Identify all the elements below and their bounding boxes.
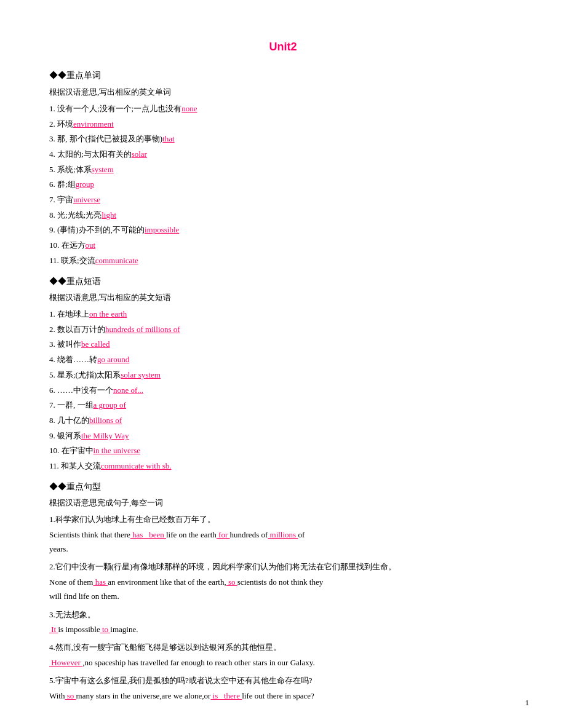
answer: has	[93, 577, 108, 587]
answer: system	[92, 165, 114, 174]
sentence-item-4: 4.然而,没有一艘宇宙飞船能飞得足够远以到达银河系的其他恒星。 However …	[49, 640, 517, 670]
phrases-list: 1. 在地球上on the earth 2. 数以百万计的hundreds of…	[49, 307, 517, 474]
sentence-item-2: 2.它们中没有一颗(行星)有像地球那样的环境，因此科学家们认为他们将无法在它们那…	[49, 560, 517, 603]
sentence-en-1: Scientists think that there has been lif…	[49, 528, 517, 556]
answer: so	[65, 691, 76, 700]
list-item: 3. 被叫作be called	[49, 337, 517, 352]
sentence-item-3: 3.无法想象。 It is impossible to imagine.	[49, 607, 517, 637]
sentence-en-3: It is impossible to imagine.	[49, 622, 517, 636]
phrases-section: ◆◆重点短语 根据汉语意思,写出相应的英文短语 1. 在地球上on the ea…	[49, 274, 517, 474]
sentences-header: ◆◆重点句型	[49, 479, 517, 494]
sentence-en-2: None of them has an environment like tha…	[49, 575, 517, 604]
answer: However	[49, 658, 82, 667]
diamond-icon: ◆	[49, 277, 58, 286]
answer: on the earth	[89, 309, 127, 318]
list-item: 10. 在宇宙中in the universe	[49, 443, 517, 459]
sentences-section: ◆◆重点句型 根据汉语意思完成句子,每空一词 1.科学家们认为地球上有生命已经数…	[49, 479, 517, 703]
list-item: 7. 宇宙universe	[49, 192, 517, 208]
answer: billions of	[89, 416, 122, 425]
answer: solar system	[121, 370, 161, 379]
answer: that	[162, 134, 175, 143]
answer: It	[49, 625, 58, 634]
answer: be called	[81, 339, 110, 349]
answer: communicate with sb.	[101, 461, 171, 470]
answer: the Milky Way	[81, 431, 129, 440]
list-item: 3. 那, 那个(指代已被提及的事物)that	[49, 132, 517, 147]
list-item: 2. 数以百万计的hundreds of millions of	[49, 322, 517, 338]
sentences-intro: 根据汉语意思完成句子,每空一词	[49, 496, 517, 510]
list-item: 7. 一群, 一组a group of	[49, 398, 517, 413]
answer: a group of	[94, 400, 126, 410]
answer: hundreds of millions of	[105, 325, 180, 334]
list-item: 10. 在远方out	[49, 238, 517, 253]
answer: none of...	[113, 386, 143, 395]
list-item: 1. 在地球上on the earth	[49, 307, 517, 322]
answer: to	[100, 625, 111, 634]
list-item: 6. ……中没有一个none of...	[49, 383, 517, 398]
page-number: 1	[525, 695, 530, 710]
list-item: 1. 没有一个人;没有一个;一点儿也没有none	[49, 101, 517, 117]
answer: solar	[132, 149, 147, 159]
list-item: 5. 星系;(尤指)太阳系solar system	[49, 368, 517, 383]
list-item: 11. 和某人交流communicate with sb.	[49, 459, 517, 474]
list-item: 4. 绕着……转go around	[49, 352, 517, 368]
list-item: 11. 联系;交流communicate	[49, 253, 517, 269]
vocabulary-list: 1. 没有一个人;没有一个;一点儿也没有none 2. 环境environmen…	[49, 101, 517, 269]
sentence-en-5: With so many stars in the universe,are w…	[49, 689, 517, 703]
sentence-item-1: 1.科学家们认为地球上有生命已经数百万年了。 Scientists think …	[49, 512, 517, 556]
answer: has been	[130, 530, 166, 539]
vocabulary-intro: 根据汉语意思,写出相应的英文单词	[49, 85, 517, 99]
answer: none	[181, 104, 197, 113]
sentence-item-5: 5.宇宙中有这么多恒星,我们是孤独的吗?或者说太空中还有其他生命存在吗? Wit…	[49, 673, 517, 703]
answer: out	[86, 240, 96, 250]
answer: millions	[268, 530, 298, 539]
sentence-en-4: However ,no spaceship has travelled far …	[49, 655, 517, 670]
sentence-cn-4: 4.然而,没有一艘宇宙飞船能飞得足够远以到达银河系的其他恒星。	[49, 640, 517, 654]
answer: universe	[73, 195, 100, 204]
answer: go around	[97, 355, 129, 364]
list-item: 5. 系统;体系system	[49, 162, 517, 178]
sentence-cn-3: 3.无法想象。	[49, 607, 517, 622]
page-title: Unit2	[49, 37, 517, 57]
answer: for	[217, 530, 230, 539]
list-item: 9. 银河系the Milky Way	[49, 429, 517, 444]
answer: group	[76, 180, 94, 189]
phrases-header: ◆◆重点短语	[49, 274, 517, 289]
answer: environment	[73, 119, 114, 129]
diamond-icon: ◆	[49, 71, 58, 80]
answer: in the universe	[94, 446, 141, 455]
list-item: 4. 太阳的;与太阳有关的solar	[49, 147, 517, 162]
sentence-cn-1: 1.科学家们认为地球上有生命已经数百万年了。	[49, 512, 517, 526]
sentence-cn-5: 5.宇宙中有这么多恒星,我们是孤独的吗?或者说太空中还有其他生命存在吗?	[49, 673, 517, 687]
answer: communicate	[95, 256, 138, 265]
answer: light	[102, 210, 116, 220]
list-item: 8. 几十亿的billions of	[49, 413, 517, 429]
list-item: 9. (事情)办不到的,不可能的impossible	[49, 223, 517, 238]
diamond-icon: ◆	[49, 482, 58, 491]
answer: so	[226, 577, 237, 587]
answer: impossible	[145, 225, 179, 234]
vocabulary-header: ◆◆重点单词	[49, 68, 517, 83]
list-item: 6. 群;组group	[49, 177, 517, 192]
sentence-cn-2: 2.它们中没有一颗(行星)有像地球那样的环境，因此科学家们认为他们将无法在它们那…	[49, 560, 517, 574]
answer: is there	[210, 691, 242, 700]
phrases-intro: 根据汉语意思,写出相应的英文短语	[49, 290, 517, 304]
list-item: 8. 光;光线;光亮light	[49, 208, 517, 223]
vocabulary-section: ◆◆重点单词 根据汉语意思,写出相应的英文单词 1. 没有一个人;没有一个;一点…	[49, 68, 517, 268]
list-item: 2. 环境environment	[49, 117, 517, 132]
